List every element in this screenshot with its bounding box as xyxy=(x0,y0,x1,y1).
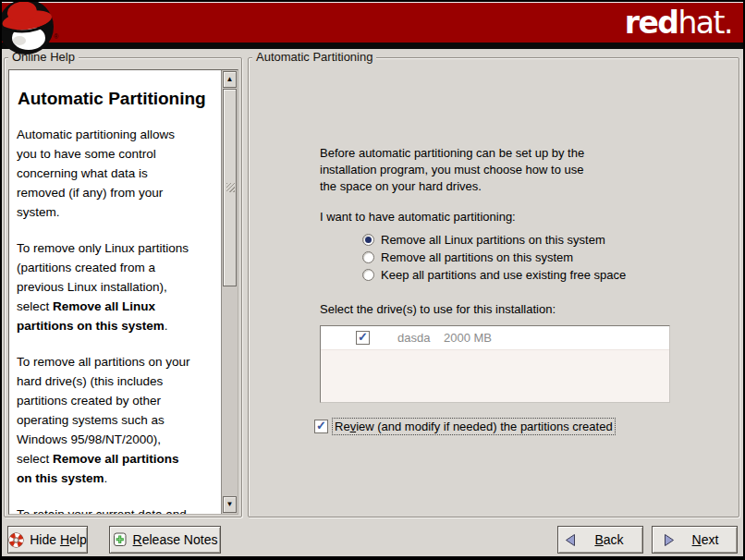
partitioning-radio-group: Remove all Linux partitions on this syst… xyxy=(362,231,626,284)
drive-select-prompt: Select the drive(s) to use for this inst… xyxy=(320,301,556,318)
review-checkbox[interactable]: ✓ xyxy=(314,420,328,433)
radio-remove-linux-partitions[interactable]: Remove all Linux partitions on this syst… xyxy=(362,231,626,249)
help-viewport: Automatic Partitioning Automatic partiti… xyxy=(8,69,238,515)
intro-text: Before automatic partitioning can be set… xyxy=(320,145,584,195)
back-button[interactable]: Back xyxy=(557,526,643,554)
next-button[interactable]: Next xyxy=(652,526,738,554)
arrow-left-icon xyxy=(564,533,578,547)
redhat-shadowman-logo-icon xyxy=(0,0,58,57)
brand-hat: hat xyxy=(678,5,724,41)
help-paragraph: To remove all partitions on your hard dr… xyxy=(17,352,217,488)
automatic-partitioning-frame-label: Automatic Partitioning xyxy=(252,50,376,64)
release-notes-label: Release Notes xyxy=(133,532,218,547)
radio-button-icon[interactable] xyxy=(362,251,374,263)
help-title: Automatic Partitioning xyxy=(18,89,217,108)
radio-button-icon[interactable] xyxy=(362,269,374,281)
lifebuoy-icon xyxy=(8,532,24,548)
document-plus-icon xyxy=(113,532,128,547)
scrollbar-thumb[interactable] xyxy=(223,89,237,286)
brand-dot: . xyxy=(724,5,732,41)
hide-help-button[interactable]: Hide Help xyxy=(7,526,88,554)
brand-red: red xyxy=(625,5,678,41)
installer-window: ® redhat. Online Help Automatic Partitio… xyxy=(0,0,745,560)
drive-checkbox[interactable]: ✓ xyxy=(356,331,370,345)
radio-label: Remove all Linux partitions on this syst… xyxy=(381,233,605,247)
radio-label: Keep all partitions and use existing fre… xyxy=(381,268,626,282)
check-icon: ✓ xyxy=(316,419,326,432)
scroll-up-button[interactable]: ▲ xyxy=(223,71,237,88)
drive-size: 2000 MB xyxy=(444,326,492,349)
review-checkbox-label[interactable]: Review (and modify if needed) the partit… xyxy=(333,419,615,434)
radio-label: Remove all partitions on this system xyxy=(381,250,573,264)
registered-mark: ® xyxy=(54,33,58,40)
next-label: Next xyxy=(692,532,719,547)
help-paragraph: Automatic partitioning allows you to hav… xyxy=(17,125,217,222)
drive-name: dasda xyxy=(397,326,430,349)
scroll-down-button[interactable]: ▼ xyxy=(223,496,237,513)
scroll-down-icon: ▼ xyxy=(226,501,234,508)
help-content: Automatic Partitioning Automatic partiti… xyxy=(9,70,221,514)
online-help-frame: Online Help Automatic Partitioning Autom… xyxy=(4,57,242,517)
drive-row-dasda[interactable]: ✓ dasda 2000 MB xyxy=(321,326,669,350)
radio-remove-all-partitions[interactable]: Remove all partitions on this system xyxy=(362,249,626,266)
help-paragraph: To remove only Linux partitions (partiti… xyxy=(17,238,217,335)
radio-button-selected-icon[interactable] xyxy=(362,234,374,246)
radio-group-prompt: I want to have automatic partitioning: xyxy=(320,209,516,225)
review-partitions-checkbox-row[interactable]: ✓ Review (and modify if needed) the part… xyxy=(314,419,615,434)
arrow-right-icon xyxy=(662,533,676,547)
radio-keep-all-partitions[interactable]: Keep all partitions and use existing fre… xyxy=(362,266,626,284)
release-notes-button[interactable]: Release Notes xyxy=(109,526,221,554)
check-icon: ✓ xyxy=(358,330,368,344)
help-paragraph-clipped: To retain your current data and xyxy=(17,505,217,514)
help-scrollbar[interactable]: ▲ ▼ xyxy=(221,70,238,514)
hide-help-label: Hide Help xyxy=(30,532,87,547)
drive-list[interactable]: ✓ dasda 2000 MB xyxy=(320,325,670,403)
automatic-partitioning-frame: Automatic Partitioning Before automatic … xyxy=(248,57,739,517)
scroll-up-icon: ▲ xyxy=(226,76,234,83)
redhat-wordmark: redhat. xyxy=(625,5,732,41)
back-label: Back xyxy=(594,532,623,547)
